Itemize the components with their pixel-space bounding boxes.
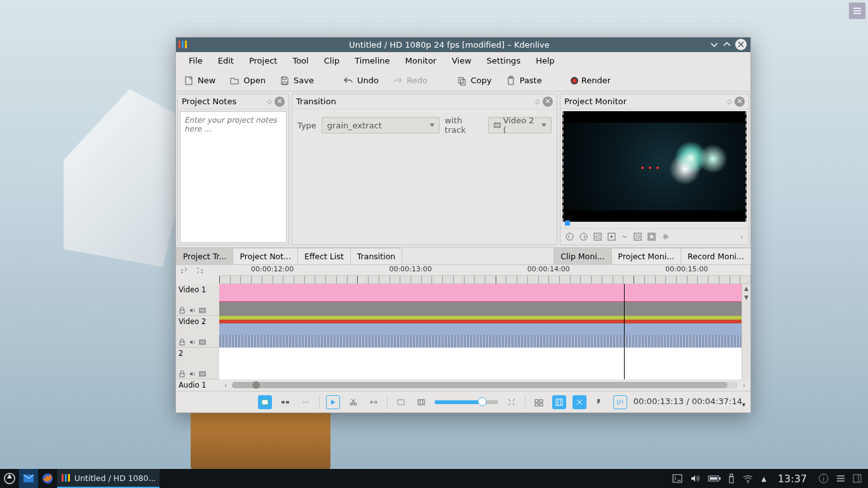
zoom-fit-icon[interactable] xyxy=(394,395,408,409)
menu-file[interactable]: File xyxy=(181,53,210,68)
timeline-playhead[interactable] xyxy=(624,284,625,379)
play-icon[interactable] xyxy=(607,233,616,241)
maximize-icon[interactable] xyxy=(722,40,731,49)
menu-settings[interactable]: Settings xyxy=(479,53,528,68)
volume-icon[interactable] xyxy=(690,474,700,483)
play-timeline-icon[interactable] xyxy=(326,395,340,409)
minimize-icon[interactable] xyxy=(710,40,719,49)
taskbar-clock[interactable]: 13:37 xyxy=(773,473,812,485)
zone-start-icon[interactable] xyxy=(566,233,574,241)
menu-help[interactable]: Help xyxy=(528,53,562,68)
normal-edit-icon[interactable] xyxy=(258,395,272,409)
fullscreen-icon[interactable] xyxy=(648,233,656,241)
new-button[interactable]: New xyxy=(181,73,218,88)
copy-button[interactable]: Copy xyxy=(454,73,494,88)
timeline-ruler[interactable] xyxy=(176,275,750,284)
cut-icon[interactable] xyxy=(346,395,360,409)
clip-video2[interactable] xyxy=(219,316,742,348)
favorite-icon[interactable] xyxy=(613,395,627,409)
taskbar-kdenlive[interactable]: Untitled / HD 1080... xyxy=(57,469,159,488)
forward-icon[interactable] xyxy=(634,233,642,241)
wifi-icon[interactable] xyxy=(742,474,754,483)
info-icon[interactable] xyxy=(818,473,829,484)
taskbar-firefox[interactable] xyxy=(38,469,57,488)
menu-edit[interactable]: Edit xyxy=(210,53,241,68)
chevron-down-icon[interactable] xyxy=(621,234,628,240)
snap-icon[interactable] xyxy=(593,395,607,409)
panel-float-icon[interactable]: ◇ xyxy=(267,98,272,105)
desktop-menu-button[interactable] xyxy=(849,3,865,19)
panel-close-button[interactable]: ✕ xyxy=(735,97,745,107)
terminal-icon[interactable] xyxy=(672,474,682,483)
zoom-zone-icon[interactable] xyxy=(414,395,428,409)
panel-close-button[interactable]: ✕ xyxy=(275,97,285,107)
transition-track-select[interactable]: Video 2 ( xyxy=(488,117,552,133)
timeline-tracks[interactable] xyxy=(219,284,742,379)
monitor-preview[interactable] xyxy=(562,111,747,222)
menu-clip[interactable]: Clip xyxy=(316,53,348,68)
render-button[interactable]: Render xyxy=(569,73,613,88)
rewind-icon[interactable] xyxy=(593,233,602,241)
chevron-right-icon[interactable]: › xyxy=(740,232,743,241)
mute-icon[interactable] xyxy=(189,339,196,346)
taskbar-mail[interactable] xyxy=(19,469,38,488)
save-button[interactable]: Save xyxy=(277,73,316,88)
film-icon[interactable] xyxy=(199,370,206,377)
menu-project[interactable]: Project xyxy=(241,53,285,68)
track-header-audio1[interactable]: Audio 1 xyxy=(176,381,219,390)
track-empty[interactable] xyxy=(219,348,742,379)
sidebar-icon[interactable] xyxy=(853,474,862,483)
expand-tracks-icon[interactable] xyxy=(180,266,188,274)
lock-icon[interactable] xyxy=(179,307,186,314)
close-button[interactable] xyxy=(735,39,747,50)
film-icon[interactable] xyxy=(199,339,206,346)
tab-clip-monitor[interactable]: Clip Moni... xyxy=(553,248,611,264)
film-icon[interactable] xyxy=(199,307,206,314)
timeline-hscroll[interactable]: ‹ › xyxy=(219,382,750,389)
track-header-video2[interactable]: Video 2 xyxy=(176,316,219,348)
tab-project-tree[interactable]: Project Tr... xyxy=(176,248,233,264)
paste-button[interactable]: Paste xyxy=(503,73,545,88)
battery-icon[interactable] xyxy=(708,475,721,482)
menu-tool[interactable]: Tool xyxy=(285,53,316,68)
audio-thumbs-icon[interactable] xyxy=(552,395,566,409)
lock-icon[interactable] xyxy=(179,339,186,346)
timeline-vscroll[interactable]: ▲▼ xyxy=(742,284,750,379)
panel-float-icon[interactable]: ◇ xyxy=(727,98,732,105)
project-notes-input[interactable] xyxy=(180,111,287,243)
insert-edit-icon[interactable] xyxy=(299,395,313,409)
monitor-scrubber[interactable] xyxy=(562,222,747,228)
collapse-tracks-icon[interactable] xyxy=(196,266,204,274)
window-titlebar[interactable]: Untitled / HD 1080p 24 fps [modified] – … xyxy=(176,37,750,52)
app-launcher[interactable] xyxy=(0,469,19,488)
tab-record-monitor[interactable]: Record Moni... xyxy=(681,248,751,264)
zone-end-icon[interactable] xyxy=(580,233,588,241)
menu-view[interactable]: View xyxy=(444,53,479,68)
track-header-video1[interactable]: Video 1 xyxy=(176,284,219,316)
menu-timeline[interactable]: Timeline xyxy=(347,53,397,68)
audio-icon[interactable] xyxy=(661,233,670,241)
tab-project-monitor[interactable]: Project Moni... xyxy=(611,248,682,264)
menu-icon[interactable] xyxy=(836,474,845,483)
tray-expand-icon[interactable]: ▲ xyxy=(761,475,766,482)
panel-close-button[interactable]: ✕ xyxy=(543,97,553,107)
undo-button[interactable]: Undo xyxy=(341,73,381,88)
mute-icon[interactable] xyxy=(189,307,196,314)
markers-icon[interactable] xyxy=(573,395,587,409)
usb-icon[interactable] xyxy=(728,473,735,484)
scroll-left-icon[interactable]: ‹ xyxy=(222,382,229,389)
zoom-full-icon[interactable] xyxy=(505,395,519,409)
tab-project-notes[interactable]: Project Not... xyxy=(233,248,298,264)
open-button[interactable]: Open xyxy=(227,73,268,88)
transition-type-select[interactable]: grain_extract xyxy=(322,117,440,133)
tab-effect-list[interactable]: Effect List xyxy=(297,248,351,264)
redo-button[interactable]: Redo xyxy=(390,73,430,88)
zoom-slider[interactable] xyxy=(435,400,498,404)
tab-transition[interactable]: Transition xyxy=(350,248,402,264)
mute-icon[interactable] xyxy=(189,370,196,377)
lock-icon[interactable] xyxy=(179,370,186,377)
thumbnails-icon[interactable] xyxy=(532,395,546,409)
panel-float-icon[interactable]: ◇ xyxy=(535,98,540,105)
spacer-icon[interactable] xyxy=(367,395,381,409)
scroll-right-icon[interactable]: › xyxy=(740,382,748,389)
